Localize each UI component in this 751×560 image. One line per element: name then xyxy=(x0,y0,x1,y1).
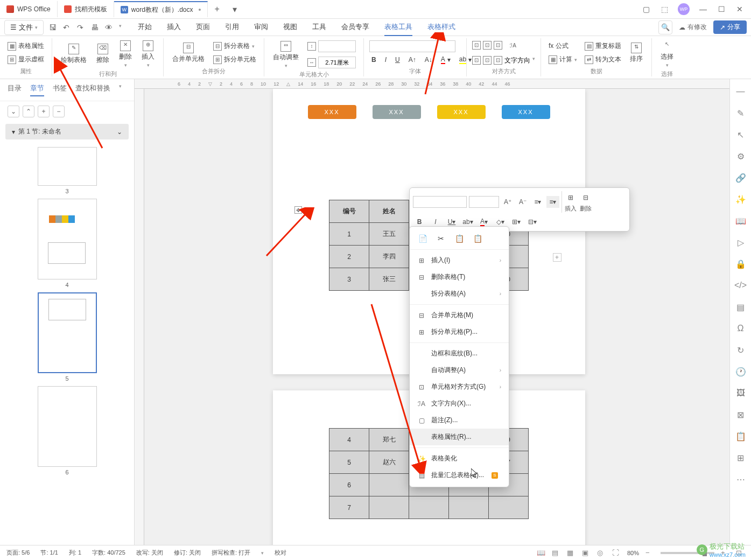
autofit-button[interactable]: ⇔自动调整▾ xyxy=(270,40,302,69)
align-bl-icon[interactable]: ⊡ xyxy=(472,56,481,65)
nav-more-icon[interactable]: ▾ xyxy=(119,83,122,96)
font-shrink-icon[interactable]: A⁻ xyxy=(516,196,529,208)
book-icon[interactable]: 📖 xyxy=(735,215,747,227)
cut-icon[interactable]: ✂ xyxy=(436,233,446,244)
file-menu[interactable]: ☰ 文件 ▾ xyxy=(4,20,44,35)
align-tr-icon[interactable]: ⊡ xyxy=(494,41,502,50)
status-proof[interactable]: 校对 xyxy=(275,549,286,557)
align-br-icon[interactable]: ⊡ xyxy=(494,56,502,65)
insert-rows-icon[interactable]: ⊞ xyxy=(564,192,577,204)
italic-button[interactable]: I xyxy=(383,54,389,65)
qat-more-icon[interactable]: ▾ xyxy=(119,23,122,32)
nav-collapse-button[interactable]: ⌄ xyxy=(8,106,19,117)
app-icon[interactable]: ▢ xyxy=(641,4,651,14)
show-gridlines-button[interactable]: ⊞显示虚框 xyxy=(5,54,46,65)
font-grow-icon[interactable]: A⁺ xyxy=(501,196,514,208)
tab-wps-home[interactable]: WPS Office xyxy=(0,1,58,17)
ctx-insert[interactable]: ⊞插入(I)› xyxy=(410,252,509,269)
ctx-delete-table[interactable]: ⊟删除表格(T) xyxy=(410,269,509,285)
to-text-button[interactable]: ⇄转为文本 xyxy=(582,54,623,65)
ctx-table-properties[interactable]: 表格属性(R)... xyxy=(410,429,509,445)
status-spellcheck[interactable]: 拼写检查: 打开 xyxy=(212,549,250,557)
link-icon[interactable]: 🔗 xyxy=(735,172,747,184)
reading-mode-icon[interactable]: 📖 xyxy=(537,549,545,557)
status-column[interactable]: 列: 1 xyxy=(69,549,81,557)
table-properties-button[interactable]: ▦表格属性 xyxy=(5,40,46,52)
outline-view-icon[interactable]: ▣ xyxy=(582,549,591,557)
section-item[interactable]: ▾ 第 1 节: 未命名 ⌄ xyxy=(5,124,129,139)
tab-template[interactable]: 找稻壳模板 xyxy=(58,1,114,17)
menu-table-tools[interactable]: 表格工具 xyxy=(384,19,412,36)
ctx-borders[interactable]: 边框和底纹(B)... xyxy=(410,345,509,362)
delete-rows-icon[interactable]: ⊟ xyxy=(579,192,592,204)
new-tab-button[interactable]: + xyxy=(208,4,226,14)
table-move-handle[interactable]: ✥ xyxy=(294,206,302,214)
mini-font-select[interactable] xyxy=(413,196,467,208)
align-icon[interactable]: ≡▾ xyxy=(546,196,559,208)
align-tc-icon[interactable]: ⊡ xyxy=(483,41,492,50)
web-view-icon[interactable]: ▦ xyxy=(567,549,575,557)
status-section[interactable]: 节: 1/1 xyxy=(40,549,58,557)
clock-icon[interactable]: 🕐 xyxy=(735,366,747,377)
formula-button[interactable]: fx 公式 xyxy=(546,40,579,52)
fullscreen-icon[interactable]: ⛶ xyxy=(612,549,621,557)
omega-icon[interactable]: Ω xyxy=(735,323,747,334)
status-wordcount[interactable]: 字数: 40/725 xyxy=(92,549,125,557)
copy-icon[interactable]: 📄 xyxy=(417,233,428,244)
print-icon[interactable]: 🖶 xyxy=(91,23,100,32)
focus-mode-icon[interactable]: ◎ xyxy=(597,549,606,557)
save-icon[interactable]: 🖫 xyxy=(49,23,58,32)
zoom-out-icon[interactable]: − xyxy=(645,549,654,557)
menu-view[interactable]: 视图 xyxy=(283,19,297,36)
mini-size-select[interactable] xyxy=(469,196,499,208)
bold-button[interactable]: B xyxy=(369,54,378,65)
tab-menu-button[interactable]: ▾ xyxy=(226,4,243,15)
text-direction-button[interactable]: ℐA xyxy=(504,41,522,54)
nav-tab-bookmarks[interactable]: 书签 xyxy=(53,83,67,96)
minus-icon[interactable]: — xyxy=(735,86,747,97)
border-icon[interactable]: ⊞▾ xyxy=(510,216,523,228)
ctx-autofit[interactable]: 自动调整(A)› xyxy=(410,362,509,379)
nav-remove-button[interactable]: − xyxy=(53,106,65,117)
pencil-icon[interactable]: ✎ xyxy=(735,107,747,119)
unsaved-indicator[interactable]: ☁有修改 xyxy=(679,23,707,32)
lock-icon[interactable]: 🔒 xyxy=(735,258,747,270)
close-panel-icon[interactable]: ⊠ xyxy=(735,409,747,421)
cube-icon[interactable]: ⬚ xyxy=(659,4,669,14)
code-icon[interactable]: </> xyxy=(735,279,747,291)
search-button[interactable]: 🔍 xyxy=(658,20,672,34)
settings-icon[interactable]: ⚙ xyxy=(735,150,747,162)
split-table-button[interactable]: ⊟拆分表格▾ xyxy=(211,40,258,52)
page-thumbnail[interactable] xyxy=(38,292,97,373)
align-bc-icon[interactable]: ⊡ xyxy=(483,56,492,65)
line-spacing-icon[interactable]: ≡▾ xyxy=(531,196,544,208)
page-thumbnail[interactable] xyxy=(38,199,97,279)
status-page[interactable]: 页面: 5/6 xyxy=(6,549,30,557)
font-family-select[interactable] xyxy=(369,40,455,52)
minimize-icon[interactable]: — xyxy=(698,4,708,14)
width-field[interactable] xyxy=(318,57,356,68)
clipboard-icon[interactable]: 📋 xyxy=(735,430,747,442)
menu-review[interactable]: 审阅 xyxy=(254,19,268,36)
align-tl-icon[interactable]: ⊡ xyxy=(472,41,481,50)
close-icon[interactable]: ✕ xyxy=(735,4,745,14)
ctx-split-cells[interactable]: ⊞拆分单元格(P)... xyxy=(410,324,509,340)
layout-view-icon[interactable]: ▤ xyxy=(552,549,560,557)
undo-icon[interactable]: ↶ xyxy=(63,23,72,32)
sparkle-icon[interactable]: ✨ xyxy=(735,193,747,205)
image-icon[interactable]: 🖼 xyxy=(735,387,747,399)
paste-icon[interactable]: 📋 xyxy=(454,233,465,244)
font-size-down-icon[interactable]: A↓ xyxy=(423,54,434,65)
ctx-batch-summary[interactable]: ▤批量汇总表格(E)...S xyxy=(410,467,509,484)
cursor-icon[interactable]: ↖ xyxy=(735,129,747,141)
page-thumbnail[interactable] xyxy=(38,386,97,467)
menu-tools[interactable]: 工具 xyxy=(312,19,326,36)
font-color-button[interactable]: A▾ xyxy=(439,54,453,65)
ctx-cell-align[interactable]: ⊡单元格对齐方式(G)› xyxy=(410,379,509,395)
ctx-split-table[interactable]: 拆分表格(A)› xyxy=(410,285,509,302)
font-size-up-icon[interactable]: A↑ xyxy=(406,54,418,65)
ctx-text-direction[interactable]: ℐA文字方向(X)... xyxy=(410,395,509,412)
row-height-input[interactable]: ↕ xyxy=(305,39,358,53)
tab-document[interactable]: W word教程（新）.docx • xyxy=(114,1,208,17)
eraser-button[interactable]: ⌫擦除 xyxy=(93,43,113,66)
